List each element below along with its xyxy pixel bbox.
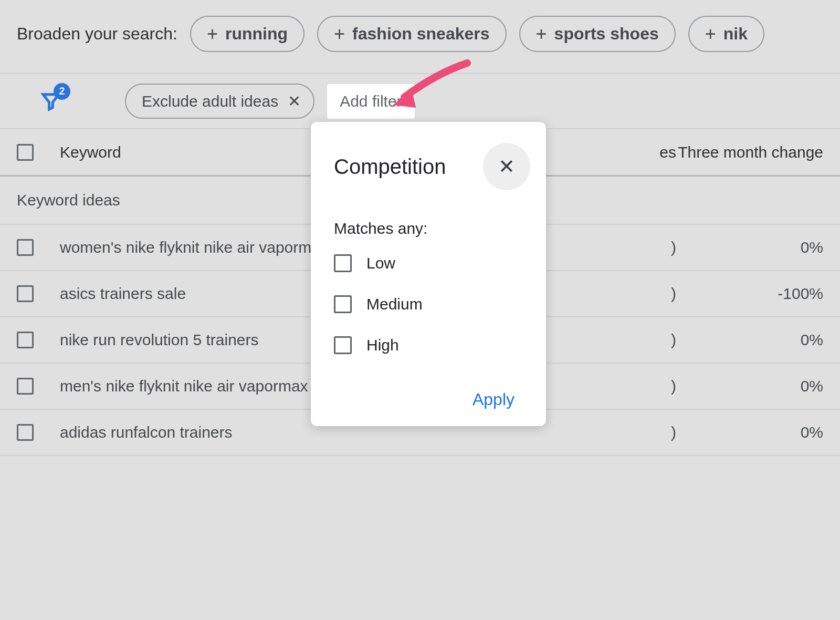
- chip-label: fashion sneakers: [352, 24, 489, 44]
- broaden-chip-fashion-sneakers[interactable]: + fashion sneakers: [317, 16, 506, 52]
- option-row-high[interactable]: High: [334, 336, 523, 354]
- filter-bar: 2 Exclude adult ideas ✕ Add filter: [0, 73, 840, 129]
- column-header-change[interactable]: Three month change: [676, 142, 823, 162]
- row-searches: ): [618, 331, 676, 349]
- select-all-checkbox[interactable]: [17, 144, 34, 161]
- broaden-chip-nik[interactable]: + nik: [688, 16, 764, 52]
- row-change: 0%: [676, 423, 823, 441]
- apply-button[interactable]: Apply: [464, 386, 523, 414]
- option-row-medium[interactable]: Medium: [334, 295, 523, 313]
- option-row-low[interactable]: Low: [334, 254, 523, 272]
- broaden-search-bar: Broaden your search: + running + fashion…: [0, 0, 840, 73]
- row-checkbox[interactable]: [17, 239, 34, 256]
- chip-label: sports shoes: [554, 24, 659, 44]
- row-checkbox[interactable]: [17, 424, 34, 441]
- row-change: 0%: [676, 377, 823, 395]
- row-searches: ): [618, 239, 676, 256]
- popup-title: Competition: [334, 155, 446, 179]
- filter-count-badge: 2: [54, 83, 70, 100]
- row-change: 0%: [676, 331, 823, 349]
- row-keyword: adidas runfalcon trainers: [60, 423, 618, 441]
- option-label: Medium: [366, 295, 423, 313]
- option-checkbox-high[interactable]: [334, 336, 352, 354]
- option-label: High: [366, 336, 399, 354]
- chip-label: running: [225, 24, 288, 44]
- option-checkbox-low[interactable]: [334, 254, 352, 272]
- add-filter-button[interactable]: Add filter: [327, 84, 414, 119]
- filter-chip-exclude-adult[interactable]: Exclude adult ideas ✕: [125, 84, 314, 119]
- column-header-searches[interactable]: es: [618, 143, 676, 161]
- broaden-label: Broaden your search:: [17, 24, 177, 44]
- option-label: Low: [366, 254, 395, 272]
- broaden-chip-sports-shoes[interactable]: + sports shoes: [519, 16, 676, 52]
- broaden-chip-running[interactable]: + running: [190, 16, 304, 52]
- plus-icon: +: [207, 25, 218, 44]
- row-searches: ): [618, 285, 676, 303]
- row-checkbox[interactable]: [17, 332, 34, 348]
- row-change: 0%: [676, 239, 823, 256]
- plus-icon: +: [705, 25, 716, 44]
- plus-icon: +: [334, 25, 345, 44]
- row-searches: ): [618, 377, 676, 395]
- row-searches: ): [618, 423, 676, 441]
- close-icon[interactable]: ✕: [288, 92, 301, 110]
- popup-close-button[interactable]: ✕: [483, 143, 530, 190]
- chip-label: nik: [723, 24, 748, 44]
- option-checkbox-medium[interactable]: [334, 295, 352, 313]
- row-checkbox[interactable]: [17, 285, 34, 302]
- row-change: -100%: [676, 285, 823, 303]
- close-icon: ✕: [498, 155, 515, 178]
- plus-icon: +: [536, 25, 547, 44]
- competition-filter-popup: Competition ✕ Matches any: Low Medium Hi…: [311, 122, 546, 426]
- filter-icon[interactable]: 2: [37, 87, 65, 116]
- filter-chip-label: Exclude adult ideas: [142, 92, 278, 110]
- matches-any-label: Matches any:: [334, 220, 523, 237]
- row-checkbox[interactable]: [17, 378, 34, 395]
